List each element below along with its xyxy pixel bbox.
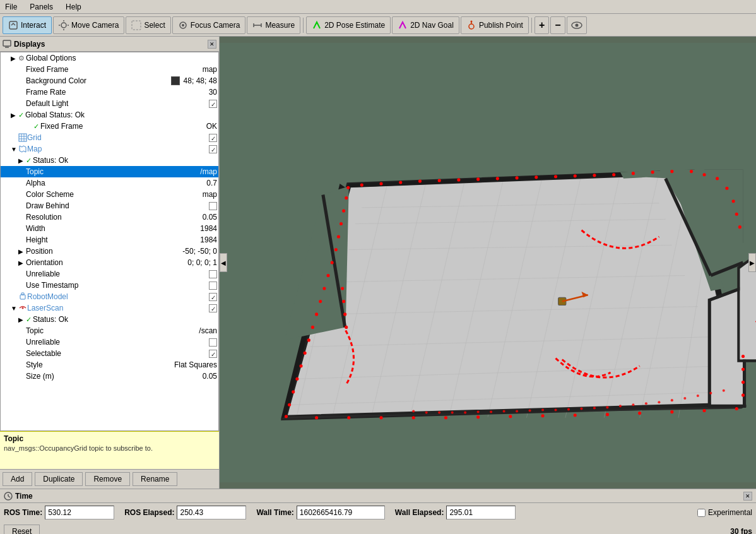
svg-point-67 <box>304 352 307 355</box>
gear-icon: ⚙ <box>18 54 25 62</box>
map-height-item[interactable]: Height 1984 <box>1 234 218 246</box>
experimental-checkbox[interactable] <box>697 509 706 517</box>
remove-zoom-button[interactable]: − <box>550 16 565 34</box>
rename-button[interactable]: Rename <box>133 472 177 486</box>
map-status-item[interactable]: ▶ ✓ Status: Ok <box>1 155 218 166</box>
laser-status-item[interactable]: ▶ ✓ Status: Ok <box>1 314 218 325</box>
svg-point-146 <box>580 407 582 410</box>
grid-item[interactable]: Grid ✓ <box>1 132 218 143</box>
background-color-item[interactable]: Background Color 48; 48; 48 <box>1 75 218 86</box>
time-panel: Time ✕ ROS Time: ROS Elapsed: Wall Time:… <box>0 489 756 534</box>
frame-rate-item[interactable]: Frame Rate 30 <box>1 86 218 98</box>
laser-size-item[interactable]: Size (m) 0.05 <box>1 371 218 382</box>
svg-point-96 <box>651 170 654 174</box>
svg-point-155 <box>697 395 699 397</box>
time-bottom: Reset 30 fps <box>0 522 756 534</box>
laser-topic-item[interactable]: Topic /scan <box>1 325 218 336</box>
ros-time-input[interactable] <box>45 506 114 519</box>
svg-point-144 <box>554 408 557 411</box>
publish-point-icon <box>466 20 476 30</box>
wall-elapsed-input[interactable] <box>446 506 516 519</box>
add-button[interactable]: Add <box>3 472 32 486</box>
grid-checkbox[interactable]: ✓ <box>209 134 217 142</box>
svg-point-23 <box>22 307 24 309</box>
default-light-checkbox[interactable]: ✓ <box>209 100 217 108</box>
svg-point-134 <box>425 412 428 414</box>
laser-style-item[interactable]: Style Flat Squares <box>1 359 218 371</box>
3d-viewport[interactable]: ◀ ▶ <box>220 37 756 489</box>
toolbar: Interact Move Camera Select Focus Camera… <box>0 14 756 37</box>
svg-marker-25 <box>284 172 743 418</box>
draw-behind-checkbox[interactable] <box>209 202 217 210</box>
ros-elapsed-input[interactable] <box>177 506 246 519</box>
svg-point-145 <box>567 408 570 410</box>
reset-button[interactable]: Reset <box>4 525 40 534</box>
pose-estimate-button[interactable]: 2D Pose Estimate <box>306 16 391 34</box>
unreliable-checkbox[interactable] <box>209 270 217 278</box>
svg-point-156 <box>709 392 712 395</box>
wall-time-input[interactable] <box>297 506 385 519</box>
global-status-item[interactable]: ▶ ✓ Global Status: Ok <box>1 109 218 121</box>
select-icon <box>131 20 141 30</box>
svg-point-72 <box>322 287 326 290</box>
map-use-timestamp-item[interactable]: Use Timestamp <box>1 280 218 291</box>
nav-goal-button[interactable]: 2D Nav Goal <box>392 16 459 34</box>
displays-tree[interactable]: ▶ ⚙ Global Options Fixed Frame map Backg… <box>0 52 219 431</box>
focus-camera-button[interactable]: Focus Camera <box>172 16 246 34</box>
laser-scan-item[interactable]: ▼ LaserScan ✓ <box>1 302 218 314</box>
file-menu[interactable]: File <box>3 2 20 12</box>
svg-rect-15 <box>19 134 27 141</box>
map-resolution-item[interactable]: Resolution 0.05 <box>1 211 218 223</box>
displays-close-button[interactable]: ✕ <box>208 40 216 49</box>
robot-model-checkbox[interactable]: ✓ <box>209 293 217 301</box>
svg-rect-21 <box>20 295 25 299</box>
remove-button[interactable]: Remove <box>85 472 130 486</box>
laser-unreliable-item[interactable]: Unreliable <box>1 336 218 348</box>
time-panel-close-button[interactable]: ✕ <box>743 492 752 501</box>
laser-unreliable-checkbox[interactable] <box>209 338 217 347</box>
svg-point-70 <box>315 312 318 316</box>
svg-marker-20 <box>20 146 26 152</box>
add-zoom-button[interactable]: + <box>535 16 549 34</box>
robot-model-item[interactable]: RobotModel ✓ <box>1 291 218 302</box>
laser-scan-checkbox[interactable]: ✓ <box>209 304 217 312</box>
svg-point-4 <box>182 24 184 27</box>
map-color-scheme-item[interactable]: Color Scheme map <box>1 189 218 200</box>
ros-elapsed-field: ROS Elapsed: <box>124 506 246 519</box>
map-checkbox[interactable]: ✓ <box>209 145 217 153</box>
global-options-item[interactable]: ▶ ⚙ Global Options <box>1 52 218 64</box>
interact-button[interactable]: Interact <box>3 16 52 34</box>
svg-point-97 <box>670 170 673 173</box>
fixed-frame-status-item[interactable]: ✓ Fixed Frame OK <box>1 121 218 132</box>
default-light-item[interactable]: Default Light ✓ <box>1 98 218 109</box>
map-draw-behind-item[interactable]: Draw Behind <box>1 200 218 211</box>
collapse-right-button[interactable]: ▶ <box>748 253 756 272</box>
collapse-left-button[interactable]: ◀ <box>220 253 227 272</box>
svg-point-123 <box>725 187 728 190</box>
laser-selectable-checkbox[interactable]: ✓ <box>209 350 217 358</box>
map-item[interactable]: ▼ Map ✓ <box>1 143 218 155</box>
eye-button[interactable] <box>567 16 587 34</box>
laser-selectable-item[interactable]: Selectable ✓ <box>1 348 218 359</box>
clock-icon <box>4 492 13 501</box>
svg-point-98 <box>690 170 693 173</box>
select-button[interactable]: Select <box>126 16 170 34</box>
svg-point-150 <box>632 403 634 406</box>
map-topic-item[interactable]: Topic /map <box>1 166 218 177</box>
map-orientation-item[interactable]: ▶ Orientation 0; 0; 0; 1 <box>1 257 218 268</box>
panels-menu[interactable]: Panels <box>27 2 56 12</box>
map-width-item[interactable]: Width 1984 <box>1 223 218 234</box>
measure-button[interactable]: Measure <box>247 16 300 34</box>
move-camera-button[interactable]: Move Camera <box>53 16 124 34</box>
map-alpha-item[interactable]: Alpha 0.7 <box>1 177 218 189</box>
map-position-item[interactable]: ▶ Position -50; -50; 0 <box>1 246 218 257</box>
publish-point-button[interactable]: Publish Point <box>461 16 529 34</box>
svg-point-117 <box>345 326 348 329</box>
duplicate-button[interactable]: Duplicate <box>35 472 83 486</box>
svg-line-160 <box>8 496 10 497</box>
svg-point-8 <box>469 24 474 29</box>
fixed-frame-item[interactable]: Fixed Frame map <box>1 64 218 75</box>
help-menu[interactable]: Help <box>63 2 84 12</box>
use-timestamp-checkbox[interactable] <box>209 282 217 290</box>
map-unreliable-item[interactable]: Unreliable <box>1 268 218 280</box>
